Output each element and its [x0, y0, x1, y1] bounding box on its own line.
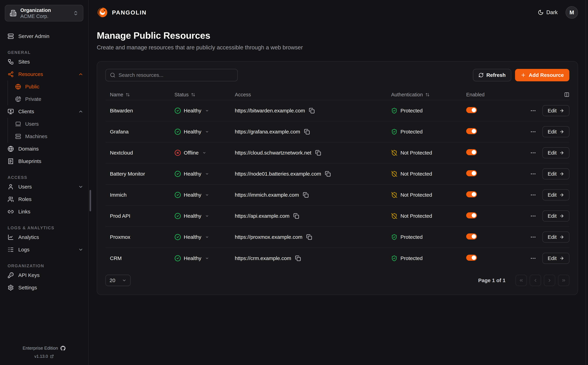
- row-menu-button[interactable]: [530, 234, 536, 240]
- sidebar-scrollbar-thumb[interactable]: [89, 190, 91, 211]
- row-menu-button[interactable]: [530, 255, 536, 261]
- column-header-status[interactable]: Status: [174, 92, 235, 98]
- status-pill[interactable]: Healthy: [174, 255, 209, 262]
- edit-button[interactable]: Edit: [542, 253, 569, 264]
- page-title: Manage Public Resources: [97, 30, 578, 41]
- enabled-toggle[interactable]: [466, 255, 477, 261]
- resource-url[interactable]: https://crm.example.com: [235, 255, 291, 261]
- enabled-toggle[interactable]: [466, 170, 477, 176]
- status-pill[interactable]: Healthy: [174, 213, 209, 219]
- resource-name: Nextcloud: [105, 150, 174, 156]
- edit-label: Edit: [548, 213, 557, 219]
- sidebar-item-settings[interactable]: Settings: [7, 281, 83, 294]
- sidebar-item-links[interactable]: Links: [7, 205, 83, 218]
- edit-button[interactable]: Edit: [542, 126, 569, 137]
- sidebar-item-domains[interactable]: Domains: [7, 143, 83, 155]
- shield-check-icon: [391, 129, 397, 135]
- sidebar-item-clients[interactable]: Clients: [7, 105, 83, 118]
- row-menu-button[interactable]: [530, 192, 536, 198]
- status-pill[interactable]: Healthy: [174, 107, 209, 114]
- sidebar-item-roles[interactable]: Roles: [7, 193, 83, 205]
- sidebar-item-logs[interactable]: Logs: [7, 243, 83, 256]
- table-row: Battery Monitor Healthy https://node01.b…: [105, 163, 569, 185]
- enabled-toggle[interactable]: [466, 107, 477, 113]
- edit-button[interactable]: Edit: [542, 168, 569, 179]
- resource-url[interactable]: https://node01.batteries.example.com: [235, 171, 321, 177]
- status-label: Offline: [184, 150, 198, 156]
- sidebar-item-server-admin[interactable]: Server Admin: [7, 30, 83, 42]
- sidebar-item-users[interactable]: Users: [7, 181, 83, 193]
- resource-url[interactable]: https://proxmox.example.com: [235, 234, 302, 240]
- resource-url[interactable]: https://grafana.example.com: [235, 129, 300, 135]
- avatar[interactable]: M: [566, 6, 578, 19]
- copy-url-button[interactable]: [315, 150, 321, 156]
- resource-url[interactable]: https://bitwarden.example.com: [235, 108, 305, 114]
- copy-url-button[interactable]: [309, 108, 315, 114]
- github-icon[interactable]: [60, 346, 66, 351]
- sidebar-item-analytics[interactable]: Analytics: [7, 231, 83, 243]
- resource-url[interactable]: https://immich.example.com: [235, 192, 299, 198]
- edit-button[interactable]: Edit: [542, 232, 569, 243]
- add-resource-button[interactable]: Add Resource: [515, 69, 569, 81]
- chevron-right-icon: [547, 278, 552, 283]
- sidebar-item-api-keys[interactable]: API Keys: [7, 269, 83, 281]
- sidebar-item-sites[interactable]: Sites: [7, 56, 83, 68]
- copy-url-button[interactable]: [295, 255, 301, 261]
- sort-icon: [126, 92, 130, 97]
- status-pill[interactable]: Offline: [174, 149, 206, 156]
- status-pill[interactable]: Healthy: [174, 171, 209, 177]
- copy-url-button[interactable]: [293, 213, 299, 219]
- row-menu-button[interactable]: [530, 171, 536, 177]
- sidebar-item-resources[interactable]: Resources: [7, 68, 83, 80]
- edit-button[interactable]: Edit: [542, 105, 569, 116]
- status-pill[interactable]: Healthy: [174, 128, 209, 135]
- status-pill[interactable]: Healthy: [174, 192, 209, 198]
- section-label: LOGS & ANALYTICS: [7, 225, 83, 230]
- refresh-button[interactable]: Refresh: [473, 69, 511, 81]
- table-row: Immich Healthy https://immich.example.co…: [105, 185, 569, 206]
- theme-toggle-button[interactable]: Dark: [538, 9, 558, 15]
- org-selector[interactable]: Organization ACME Corp.: [5, 5, 83, 21]
- previous-page-button[interactable]: [530, 275, 541, 286]
- copy-url-button[interactable]: [304, 129, 310, 135]
- copy-url-button[interactable]: [306, 234, 312, 240]
- page-size-select[interactable]: 20: [105, 275, 131, 286]
- enabled-toggle[interactable]: [466, 128, 477, 134]
- row-menu-button[interactable]: [530, 129, 536, 135]
- globe-icon: [15, 84, 21, 90]
- resource-url[interactable]: https://cloud.schwartznetwork.net: [235, 150, 311, 156]
- row-menu-button[interactable]: [530, 150, 536, 156]
- column-header-authentication[interactable]: Authentication: [391, 92, 466, 98]
- row-menu-button[interactable]: [530, 213, 536, 219]
- enabled-toggle[interactable]: [466, 191, 477, 197]
- next-page-button[interactable]: [544, 275, 555, 286]
- window-scrollbar[interactable]: [586, 0, 586, 365]
- resource-url[interactable]: https://api.example.com: [235, 213, 289, 219]
- row-menu-button[interactable]: [530, 108, 536, 114]
- pangolin-logo-icon: [97, 7, 108, 18]
- sidebar-subitem-machines[interactable]: Machines: [15, 130, 83, 143]
- edit-button[interactable]: Edit: [542, 147, 569, 158]
- copy-url-button[interactable]: [325, 171, 331, 177]
- column-header-enabled: Enabled: [466, 92, 518, 98]
- copy-url-button[interactable]: [303, 192, 309, 198]
- sidebar-subitem-users[interactable]: Users: [15, 118, 83, 130]
- last-page-button[interactable]: [558, 275, 569, 286]
- search-input[interactable]: [118, 72, 233, 78]
- column-header-name[interactable]: Name: [105, 92, 174, 98]
- sidebar-item-blueprints[interactable]: Blueprints: [7, 155, 83, 168]
- card-toolbar: Refresh Add Resource: [105, 69, 569, 81]
- status-label: Healthy: [184, 108, 201, 114]
- column-settings-button[interactable]: [564, 92, 569, 97]
- edit-button[interactable]: Edit: [542, 211, 569, 222]
- auth-status: Protected: [391, 108, 466, 114]
- first-page-button[interactable]: [516, 275, 527, 286]
- sidebar-subitem-private[interactable]: Private: [15, 93, 83, 105]
- version-link[interactable]: v1.13.0: [0, 354, 88, 359]
- enabled-toggle[interactable]: [466, 212, 477, 218]
- sidebar-subitem-public[interactable]: Public: [15, 80, 83, 93]
- enabled-toggle[interactable]: [466, 149, 477, 155]
- edit-button[interactable]: Edit: [542, 190, 569, 200]
- status-pill[interactable]: Healthy: [174, 234, 209, 240]
- enabled-toggle[interactable]: [466, 233, 477, 239]
